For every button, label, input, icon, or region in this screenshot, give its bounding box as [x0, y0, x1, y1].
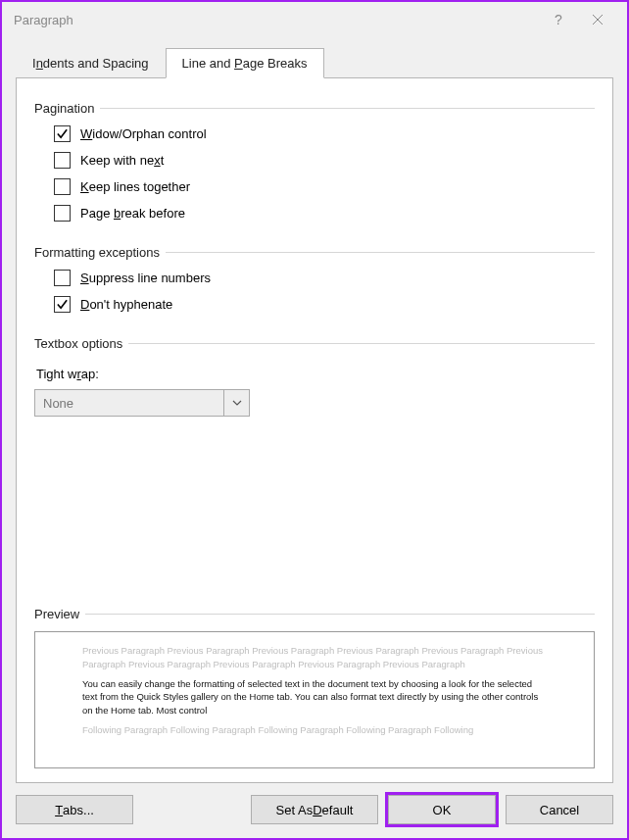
set-as-default-button[interactable]: Set As Default: [251, 795, 378, 824]
checkbox-keep-lines-together[interactable]: Keep lines together: [54, 178, 595, 195]
dialog-window: Paragraph ? Indents and Spacing Line and…: [0, 0, 629, 840]
tab-line-page-breaks[interactable]: Line and Page Breaks: [166, 48, 324, 78]
checkbox-icon: [54, 178, 71, 195]
section-pagination: Pagination: [34, 101, 595, 116]
titlebar: Paragraph ?: [2, 2, 627, 37]
cancel-button[interactable]: Cancel: [506, 795, 613, 824]
tight-wrap-select[interactable]: None: [34, 389, 250, 417]
help-icon: ?: [555, 12, 562, 27]
checkbox-icon: [54, 152, 71, 169]
checkbox-label: Suppress line numbers: [80, 271, 211, 285]
tab-panel: Pagination Widow/Orphan control Keep wit…: [16, 77, 613, 783]
tab-indents-spacing[interactable]: Indents and Spacing: [16, 48, 166, 78]
tabs-button[interactable]: Tabs...: [16, 795, 133, 824]
tight-wrap-label: Tight wrap:: [36, 367, 595, 381]
section-textbox-options: Textbox options: [34, 336, 595, 351]
checkbox-dont-hyphenate[interactable]: Don't hyphenate: [54, 296, 595, 313]
section-preview: Preview: [34, 607, 595, 621]
preview-following-text: Following Paragraph Following Paragraph …: [82, 723, 547, 737]
checkbox-keep-with-next[interactable]: Keep with next: [54, 152, 595, 169]
checkbox-page-break-before[interactable]: Page break before: [54, 205, 595, 222]
preview-box: Previous Paragraph Previous Paragraph Pr…: [34, 631, 595, 768]
tab-strip: Indents and Spacing Line and Page Breaks: [16, 47, 613, 78]
preview-body-text: You can easily change the formatting of …: [82, 677, 547, 717]
checkbox-label: Don't hyphenate: [80, 297, 172, 312]
checkbox-suppress-line-numbers[interactable]: Suppress line numbers: [54, 270, 595, 286]
close-icon: [592, 14, 604, 25]
checkbox-label: Page break before: [80, 206, 185, 221]
checkbox-label: Keep with next: [80, 153, 164, 168]
ok-button[interactable]: OK: [388, 795, 496, 824]
chevron-down-icon: [232, 400, 242, 406]
checkbox-widow-orphan[interactable]: Widow/Orphan control: [54, 125, 595, 142]
help-button[interactable]: ?: [539, 5, 578, 34]
dialog-button-row: Tabs... Set As Default OK Cancel: [2, 783, 627, 838]
close-button[interactable]: [578, 5, 617, 34]
checkbox-icon: [54, 270, 71, 286]
preview-previous-text: Previous Paragraph Previous Paragraph Pr…: [82, 644, 547, 671]
checkbox-icon: [54, 296, 71, 313]
tight-wrap-value: None: [35, 390, 223, 416]
dialog-content: Indents and Spacing Line and Page Breaks…: [2, 37, 627, 783]
section-formatting-exceptions: Formatting exceptions: [34, 245, 595, 260]
window-title: Paragraph: [14, 13, 73, 27]
dropdown-button[interactable]: [223, 390, 249, 416]
checkbox-icon: [54, 125, 71, 142]
checkbox-icon: [54, 205, 71, 222]
checkbox-label: Keep lines together: [80, 179, 190, 194]
checkbox-label: Widow/Orphan control: [80, 126, 207, 141]
